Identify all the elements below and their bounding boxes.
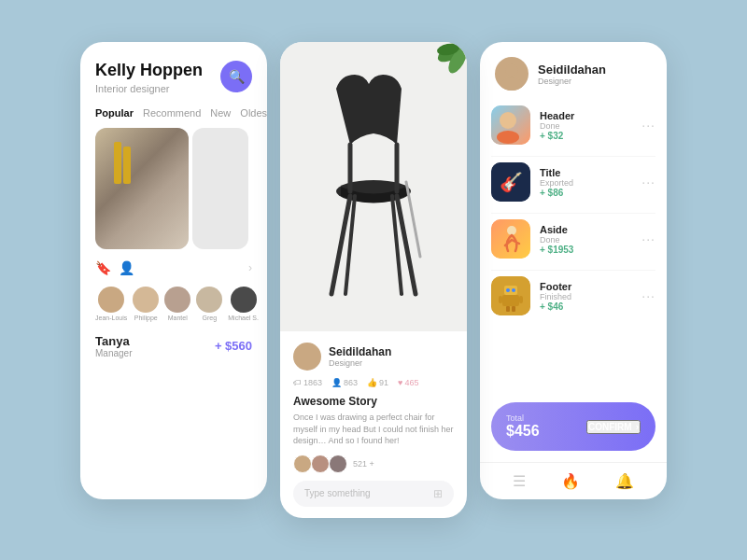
- avatar-item: Jean-Louis: [95, 287, 127, 321]
- main-container: Kelly Hoppen Interior designer 🔍 Popular…: [62, 23, 685, 537]
- tab-new[interactable]: New: [210, 107, 231, 119]
- footer-user-info: Tanya Manager: [95, 334, 132, 358]
- item-name: Header: [540, 110, 632, 121]
- menu-icon[interactable]: ☰: [513, 472, 526, 490]
- item-info-aside: Aside Done + $1953: [540, 224, 632, 255]
- svg-point-10: [500, 77, 523, 91]
- item-thumbnail-footer: [491, 276, 530, 315]
- footer-name: Tanya: [95, 334, 132, 348]
- svg-rect-22: [512, 306, 515, 312]
- tab-recommend[interactable]: Recommend: [143, 107, 201, 119]
- bottom-nav: ☰ 🔥 🔔: [480, 462, 667, 499]
- stat-value: 863: [344, 378, 358, 387]
- avatar-item: Philippe: [133, 287, 159, 321]
- item-price: + $46: [540, 301, 632, 312]
- profile-name: Kelly Hoppen: [95, 61, 203, 81]
- item-name: Aside: [540, 224, 632, 235]
- commenters: 521 +: [293, 455, 454, 473]
- secondary-image: [192, 128, 248, 249]
- story-user: Seidildahan Designer: [293, 343, 454, 371]
- story-user-name: Seidildahan: [329, 345, 391, 358]
- item-status: Done: [540, 121, 632, 131]
- commenter-avatar: [329, 455, 347, 473]
- story-title: Awesome Story: [293, 395, 454, 408]
- story-content: Seidildahan Designer 🏷 1863 👤 863 👍 91: [280, 331, 467, 518]
- order-item-title: 🎸 Title Exported + $86 ···: [491, 156, 655, 207]
- item-info-header: Header Done + $32: [540, 110, 632, 141]
- footer-thumb-image: [491, 276, 530, 315]
- card3-user-name: Seidildahan: [538, 63, 606, 77]
- bell-icon[interactable]: 🔔: [615, 472, 634, 490]
- svg-point-25: [506, 288, 510, 292]
- card1-footer: Tanya Manager + $560: [80, 325, 267, 373]
- item-price: + $1953: [540, 245, 632, 255]
- tab-oldest[interactable]: Oldest: [240, 107, 267, 119]
- svg-rect-16: [491, 219, 530, 259]
- avatar: [133, 287, 159, 313]
- card3-user-info: Seidildahan Designer: [538, 63, 606, 86]
- item-info-footer: Footer Finished + $46: [540, 281, 632, 312]
- chevron-right-icon: ›: [636, 422, 639, 432]
- chair-image: [308, 70, 439, 331]
- order-card: Seidildahan Designer: [480, 42, 667, 499]
- flame-icon[interactable]: 🔥: [561, 472, 580, 490]
- more-options-button[interactable]: ···: [641, 231, 655, 246]
- tab-popular[interactable]: Popular: [95, 107, 134, 119]
- svg-point-26: [512, 288, 515, 292]
- stat-hearts: ♥ 465: [398, 378, 418, 387]
- profile-card: Kelly Hoppen Interior designer 🔍 Popular…: [80, 42, 267, 499]
- avatar-image: [495, 57, 529, 91]
- like-icon: 👍: [367, 378, 377, 387]
- profile-info: Kelly Hoppen Interior designer: [95, 61, 203, 94]
- item-price: + $86: [540, 188, 632, 198]
- story-stats: 🏷 1863 👤 863 👍 91 ♥ 465: [293, 378, 454, 387]
- avatar: [98, 287, 124, 313]
- send-icon[interactable]: ⊞: [433, 487, 443, 500]
- avatar-name: Greg: [202, 315, 217, 321]
- confirm-button[interactable]: CONFIRM ›: [586, 420, 641, 434]
- avatar-name: Mantel: [168, 315, 188, 321]
- item-status: Done: [540, 235, 632, 245]
- avatar-name: Philippe: [134, 315, 158, 321]
- stat-followers: 👤 863: [331, 378, 358, 387]
- stat-value: 1863: [303, 378, 322, 387]
- svg-point-17: [507, 226, 516, 235]
- order-items-list: Header Done + $32 ··· 🎸 Title Exported: [480, 100, 667, 395]
- order-item-aside: Aside Done + $1953 ···: [491, 213, 655, 264]
- commenter-avatar: [311, 455, 330, 473]
- story-user-avatar: [293, 343, 321, 371]
- item-thumbnail-title: 🎸: [491, 162, 530, 202]
- search-icon: 🔍: [229, 69, 245, 84]
- svg-rect-23: [499, 296, 502, 303]
- comment-input-area[interactable]: Type something ⊞: [293, 481, 454, 507]
- commenter-avatar: [293, 455, 312, 473]
- more-options-button[interactable]: ···: [641, 288, 655, 303]
- search-button[interactable]: 🔍: [220, 61, 252, 92]
- total-amount: $456: [506, 423, 540, 440]
- more-options-button[interactable]: ···: [641, 118, 655, 133]
- story-user-role: Designer: [329, 358, 391, 368]
- person-icon[interactable]: 👤: [119, 260, 134, 275]
- item-status: Exported: [540, 178, 632, 188]
- order-item-footer: Footer Finished + $46 ···: [491, 270, 655, 321]
- confirm-label: CONFIRM: [588, 422, 632, 432]
- story-text: Once I was drawing a perfect chair for m…: [293, 412, 454, 447]
- more-options-button[interactable]: ···: [641, 175, 655, 189]
- header-thumb-image: [491, 105, 530, 145]
- total-info: Total $456: [506, 413, 540, 440]
- avatar-item: Greg: [196, 287, 222, 321]
- item-name: Footer: [540, 281, 632, 292]
- svg-text:🎸: 🎸: [500, 171, 523, 193]
- chevron-right-icon[interactable]: ›: [248, 261, 252, 274]
- svg-rect-21: [506, 306, 510, 312]
- tag-icon: 🏷: [293, 378, 302, 387]
- avatar: [231, 287, 257, 313]
- svg-point-12: [500, 112, 516, 129]
- item-thumbnail-aside: [491, 219, 530, 259]
- avatar-name: Jean-Louis: [95, 315, 127, 321]
- bookmark-icon[interactable]: 🔖: [95, 260, 111, 275]
- title-thumb-image: 🎸: [491, 162, 530, 202]
- filter-tabs: Popular Recommend New Oldest: [80, 102, 267, 124]
- avatar-name: Michael S.: [228, 315, 259, 321]
- avatar: [164, 287, 190, 313]
